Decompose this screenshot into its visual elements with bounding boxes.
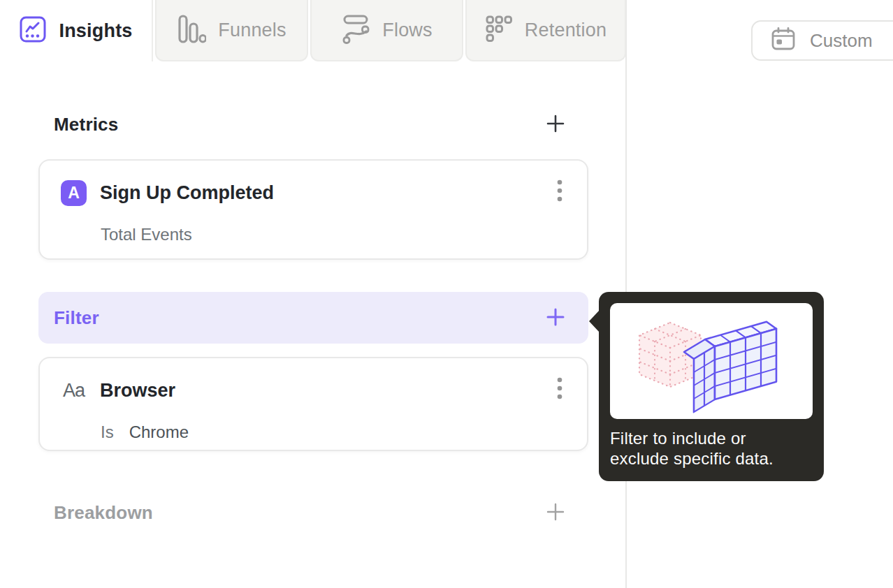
tooltip-text: Filter to include or exclude specific da… — [610, 428, 793, 469]
metric-series-badge: A — [61, 180, 87, 206]
filter-card[interactable]: Aa Browser IsChrome — [38, 357, 588, 451]
kebab-icon — [556, 179, 563, 204]
metric-menu-button[interactable] — [553, 177, 566, 208]
tab-flows[interactable]: Flows — [310, 0, 463, 61]
insights-chart-icon — [19, 15, 47, 46]
date-range-label: Custom — [810, 30, 873, 52]
filter-menu-button[interactable] — [553, 375, 566, 406]
kebab-icon — [556, 376, 563, 402]
report-tabbar: Insights Funnels Flows — [0, 0, 626, 61]
tab-flows-label: Flows — [382, 20, 433, 41]
retention-dots-icon — [485, 15, 513, 45]
metric-card[interactable]: A Sign Up Completed Total Events — [38, 159, 588, 260]
add-filter-button[interactable] — [545, 307, 566, 330]
plus-icon — [545, 307, 566, 330]
breakdown-section-title: Breakdown — [54, 502, 153, 524]
add-breakdown-button[interactable] — [545, 501, 566, 524]
metrics-section-header: Metrics — [38, 106, 588, 142]
date-range-custom-button[interactable]: Custom — [751, 20, 893, 61]
add-metric-button[interactable] — [545, 113, 566, 136]
flows-wave-icon — [341, 13, 370, 47]
tab-insights[interactable]: Insights — [0, 0, 153, 61]
text-property-icon: Aa — [61, 380, 87, 402]
filter-section-header[interactable]: Filter — [38, 292, 588, 344]
metrics-section-title: Metrics — [54, 114, 118, 135]
filter-cubes-illustration — [610, 303, 813, 419]
tooltip-illustration — [610, 303, 813, 419]
filter-value[interactable]: Chrome — [129, 422, 189, 441]
calendar-icon — [771, 27, 796, 54]
plus-icon — [545, 501, 566, 524]
tooltip-arrow — [589, 310, 600, 332]
tab-insights-label: Insights — [59, 20, 132, 42]
metric-event-name: Sign Up Completed — [100, 182, 274, 204]
tab-retention-label: Retention — [525, 20, 607, 41]
plus-icon — [545, 113, 566, 136]
funnels-bars-icon — [177, 14, 206, 46]
query-builder-panel: Insights Funnels Flows — [0, 0, 627, 588]
tab-funnels-label: Funnels — [218, 20, 286, 41]
filter-tooltip: Filter to include or exclude specific da… — [599, 292, 824, 481]
tab-retention[interactable]: Retention — [465, 0, 626, 61]
filter-operator[interactable]: Is — [101, 422, 114, 441]
filter-property-name: Browser — [100, 380, 175, 402]
breakdown-section-header: Breakdown — [38, 494, 588, 531]
metric-aggregation[interactable]: Total Events — [101, 225, 566, 244]
tab-funnels[interactable]: Funnels — [155, 0, 308, 61]
filter-section-title: Filter — [54, 307, 99, 329]
